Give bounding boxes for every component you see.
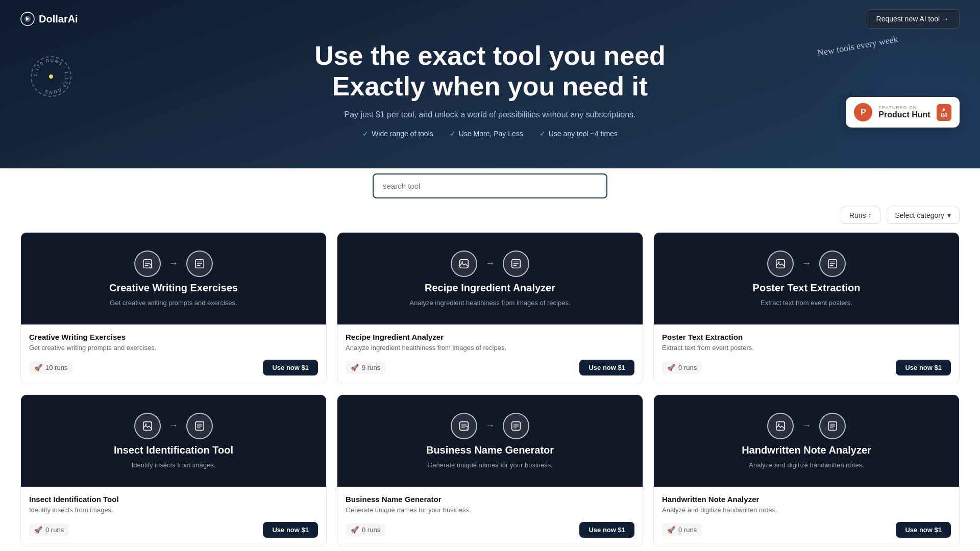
logo-icon [20,12,35,26]
card-banner-creative-writing: → Creative Writing Exercises Get creativ… [21,233,326,324]
svg-rect-7 [776,259,785,268]
tool-card-business-name[interactable]: → Business Name Generator Generate uniqu… [337,394,643,546]
svg-rect-16 [776,422,785,431]
use-btn-creative-writing[interactable]: Use now $1 [263,360,318,375]
card-icons-creative-writing: → [134,251,213,277]
hero-title-line2: Exactly when you need it [332,71,648,101]
card-footer-recipe-analyzer: 🚀 9 runs Use now $1 [346,360,634,375]
rocket-icon-recipe-analyzer: 🚀 [351,364,359,371]
runs-count-poster-text: 0 runs [678,364,697,371]
card-body-creative-writing: Creative Writing Exercises Get creative … [21,324,326,384]
runs-count-recipe-analyzer: 9 runs [362,364,380,371]
use-btn-recipe-analyzer[interactable]: Use now $1 [579,360,634,375]
card-banner-title-creative-writing: Creative Writing Exercises [109,282,238,294]
category-select-button[interactable]: Select category ▾ [887,207,960,224]
svg-point-2 [149,265,153,268]
sort-button[interactable]: Runs ↑ [841,207,880,224]
card-icon1-creative-writing [134,251,161,277]
search-input[interactable] [373,173,607,198]
tool-card-poster-text[interactable]: → Poster Text Extraction Extract text fr… [653,232,960,384]
check-icon-2: ✓ [450,130,456,138]
tool-card-creative-writing[interactable]: → Creative Writing Exercises Get creativ… [20,232,327,384]
navbar: DollarAi Request new AI tool → [0,0,980,38]
card-title-insect-tool: Insect Identification Tool [29,495,318,504]
hero-feature-3: ✓ Use any tool ~4 times [540,130,618,138]
runs-count-creative-writing: 10 runs [45,364,67,371]
card-banner-title-poster-text: Poster Text Extraction [753,282,861,294]
use-btn-handwritten-note[interactable]: Use now $1 [896,522,951,538]
rocket-icon-handwritten-note: 🚀 [667,526,675,534]
rocket-icon-creative-writing: 🚀 [34,364,42,371]
logo[interactable]: DollarAi [20,12,78,26]
rocket-icon-business-name: 🚀 [351,526,359,534]
card-banner-subtitle-creative-writing: Get creative writing prompts and exercis… [110,299,237,307]
sort-label: Runs ↑ [849,211,872,219]
card-arrow-recipe-analyzer: → [485,258,495,269]
spin-text-svg: 1,179 RUNS · 1,179 RUNS · [32,57,70,96]
tool-card-insect-tool[interactable]: → Insect Identification Tool Identify in… [20,394,327,546]
cards-grid: → Creative Writing Exercises Get creativ… [20,232,960,546]
card-desc-creative-writing: Get creative writing prompts and exercis… [29,343,318,353]
runs-badge-handwritten-note: 🚀 0 runs [662,523,702,536]
card-banner-insect-tool: → Insect Identification Tool Identify in… [21,395,326,487]
card-desc-poster-text: Extract text from event posters. [662,343,951,353]
card-footer-insect-tool: 🚀 0 runs Use now $1 [29,522,318,538]
card-body-recipe-analyzer: Recipe Ingredient Analyzer Analyze ingre… [337,324,643,384]
runs-count-insect-tool: 0 runs [45,526,64,534]
card-banner-poster-text: → Poster Text Extraction Extract text fr… [654,233,959,324]
tool-card-recipe-analyzer[interactable]: → Recipe Ingredient Analyzer Analyze ing… [337,232,643,384]
card-arrow-business-name: → [485,420,495,431]
chevron-down-icon: ▾ [947,211,951,219]
card-icons-poster-text: → [767,251,846,277]
card-icon2-recipe-analyzer [503,251,529,277]
ph-logo-circle: P [854,103,872,121]
runs-badge-business-name: 🚀 0 runs [346,523,385,536]
rocket-icon-poster-text: 🚀 [667,364,675,371]
card-body-poster-text: Poster Text Extraction Extract text from… [654,324,959,384]
card-footer-creative-writing: 🚀 10 runs Use now $1 [29,360,318,375]
rocket-icon-insect-tool: 🚀 [34,526,42,534]
spin-label: 1,179 RUNS · 1,179 RUNS · [32,58,69,95]
card-title-poster-text: Poster Text Extraction [662,333,951,341]
product-hunt-badge[interactable]: P FEATURED ON Product Hunt ▲ 84 [846,97,960,128]
hero-title: Use the exact tool you need Exactly when… [314,41,666,102]
hero-feature-1: ✓ Wide range of tools [362,130,433,138]
svg-rect-4 [460,259,469,268]
tool-card-handwritten-note[interactable]: → Handwritten Note Analyzer Analyze and … [653,394,960,546]
card-body-business-name: Business Name Generator Generate unique … [337,487,643,546]
hero-title-line1: Use the exact tool you need [314,41,666,70]
use-btn-poster-text[interactable]: Use now $1 [896,360,951,375]
card-icon2-poster-text [819,251,846,277]
svg-point-11 [145,423,147,425]
runs-count-business-name: 0 runs [362,526,380,534]
card-banner-subtitle-handwritten-note: Analyze and digitize handwritten notes. [749,461,864,469]
cards-section: → Creative Writing Exercises Get creativ… [0,232,980,551]
card-footer-business-name: 🚀 0 runs Use now $1 [346,522,634,538]
card-banner-subtitle-poster-text: Extract text from event posters. [761,299,852,307]
svg-point-8 [778,261,780,263]
request-btn[interactable]: Request new AI tool → [866,9,960,29]
check-icon-1: ✓ [362,130,369,138]
card-arrow-handwritten-note: → [802,420,811,431]
card-banner-recipe-analyzer: → Recipe Ingredient Analyzer Analyze ing… [337,233,643,324]
search-section [0,168,980,198]
card-banner-subtitle-recipe-analyzer: Analyze ingredient healthiness from imag… [409,299,570,307]
feature-label-1: Wide range of tools [372,130,433,138]
svg-point-14 [465,428,469,431]
check-icon-3: ✓ [540,130,546,138]
card-title-creative-writing: Creative Writing Exercises [29,333,318,341]
card-icons-insect-tool: → [134,413,213,439]
card-icons-business-name: → [451,413,529,439]
card-arrow-creative-writing: → [169,258,178,269]
runs-count-handwritten-note: 0 runs [678,526,697,534]
feature-label-2: Use More, Pay Less [459,130,523,138]
ph-arrow: ▲ [941,106,946,112]
card-icon1-handwritten-note [767,413,794,439]
use-btn-insect-tool[interactable]: Use now $1 [263,522,318,538]
feature-label-3: Use any tool ~4 times [549,130,618,138]
runs-badge-creative-writing: 🚀 10 runs [29,361,72,374]
card-icon2-handwritten-note [819,413,846,439]
use-btn-business-name[interactable]: Use now $1 [579,522,634,538]
runs-badge-recipe-analyzer: 🚀 9 runs [346,361,385,374]
card-banner-title-insect-tool: Insect Identification Tool [114,444,233,456]
